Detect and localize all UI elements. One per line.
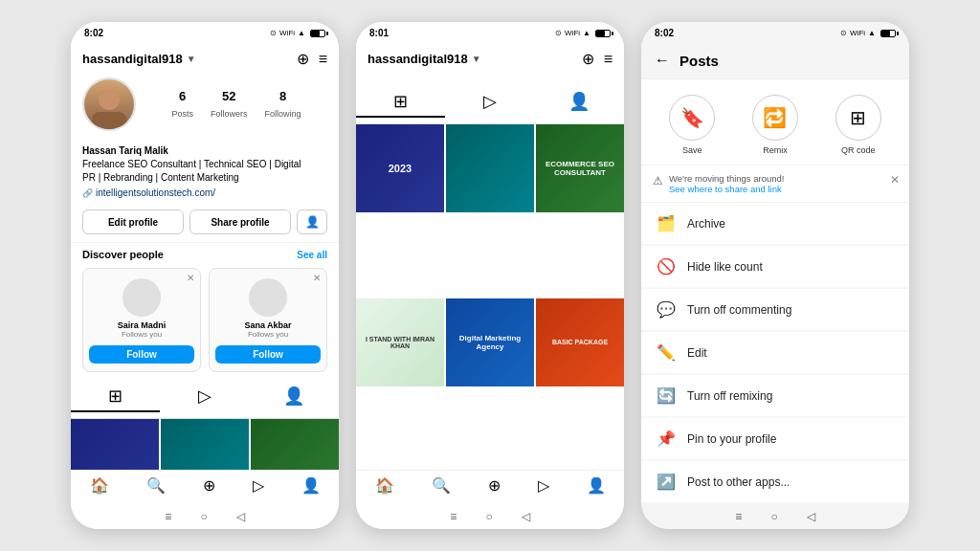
menu-item-pin-label: Pin to your profile <box>687 432 776 446</box>
back-icon[interactable]: ← <box>655 52 670 69</box>
photo-cell-5-2[interactable]: Digital Marketing Agency <box>446 298 534 386</box>
bio-link[interactable]: 🔗 intelligentsolutionstech.com/ <box>82 187 327 200</box>
followers-count: 52 <box>211 89 248 103</box>
menu-item-post-to-apps[interactable]: ↗️ Post to other apps... <box>641 461 909 503</box>
menu-item-post-apps-label: Post to other apps... <box>687 475 790 489</box>
posts-count: 6 <box>171 89 193 103</box>
create-icon[interactable]: ⊕ <box>197 474 221 496</box>
remix-icon: 🔁 <box>752 95 798 141</box>
menu-item-remixing-label: Turn off remixing <box>687 389 772 403</box>
add-post-icon-2[interactable]: ⊕ <box>582 50 594 68</box>
bottom-nav-2: 🏠 🔍 ⊕ ▷ 👤 <box>356 470 624 504</box>
save-action[interactable]: 🔖 Save <box>669 95 715 155</box>
photo-cell-1[interactable] <box>71 419 159 470</box>
home-icon[interactable]: 🏠 <box>84 474 115 496</box>
android-back-btn-3[interactable]: ◁ <box>807 510 815 523</box>
grid-tab-tagged[interactable]: 👤 <box>250 386 339 412</box>
add-post-icon[interactable]: ⊕ <box>297 50 309 68</box>
android-back-btn-2[interactable]: ◁ <box>522 510 530 523</box>
follow-button-2[interactable]: Follow <box>215 345 321 364</box>
photo-grid-1 <box>71 419 339 470</box>
menu-item-archive[interactable]: 🗂️ Archive <box>641 203 909 245</box>
time-2: 8:01 <box>369 28 389 38</box>
location-icon: ⊙ <box>270 29 277 37</box>
android-menu-btn-3[interactable]: ≡ <box>735 510 742 523</box>
share-profile-button[interactable]: Share profile <box>189 209 291 234</box>
android-home-btn-2[interactable]: ○ <box>485 510 492 523</box>
phone-menu: 8:02 ⊙ WiFi ▲ ← Posts 🔖 Save 🔁 Remix <box>641 22 909 529</box>
android-home-btn[interactable]: ○ <box>200 510 207 523</box>
phone-profile: 8:02 ⊙ WiFi ▲ hassandigital918 ▼ ⊕ ≡ <box>71 22 339 529</box>
photo-cell-2[interactable] <box>161 419 249 470</box>
profile-username: hassandigital918 <box>82 52 183 66</box>
following-label: Following <box>265 109 301 119</box>
discover-cards: ✕ Saira Madni Follows you Follow ✕ Sana … <box>82 268 327 372</box>
menu-icon-2[interactable]: ≡ <box>604 51 612 68</box>
menu-item-commenting-label: Turn off commenting <box>687 303 791 317</box>
commenting-icon: 💬 <box>657 300 676 319</box>
android-nav-3: ≡ ○ ◁ <box>641 504 909 529</box>
menu-item-turn-off-commenting[interactable]: 💬 Turn off commenting <box>641 289 909 331</box>
menu-item-pin[interactable]: 📌 Pin to your profile <box>641 418 909 460</box>
android-menu-btn[interactable]: ≡ <box>165 510 171 523</box>
battery-icon-2 <box>595 30 611 37</box>
alert-content: We're moving things around! See where to… <box>669 173 784 194</box>
link-icon: 🔗 <box>82 187 93 200</box>
status-icons-1: ⊙ WiFi ▲ <box>270 29 325 37</box>
followers-stat: 52 Followers <box>211 89 248 121</box>
android-home-btn-3[interactable]: ○ <box>770 510 777 523</box>
reels-icon[interactable]: ▷ <box>247 474 270 496</box>
menu-item-archive-label: Archive <box>687 217 725 231</box>
remix-action[interactable]: 🔁 Remix <box>752 95 798 155</box>
home-icon-2[interactable]: 🏠 <box>369 474 400 496</box>
reels-icon-2[interactable]: ▷ <box>532 474 555 496</box>
search-icon[interactable]: 🔍 <box>141 474 171 496</box>
menu-item-hide-likes[interactable]: 🚫 Hide like count <box>641 246 909 288</box>
android-menu-btn-2[interactable]: ≡ <box>450 510 457 523</box>
discover-section: Discover people See all ✕ Saira Madni Fo… <box>71 242 339 378</box>
location-icon-2: ⊙ <box>555 29 562 37</box>
menu-item-edit[interactable]: ✏️ Edit <box>641 332 909 374</box>
qrcode-action[interactable]: ⊞ QR code <box>835 95 881 155</box>
bottom-nav-1: 🏠 🔍 ⊕ ▷ 👤 <box>71 470 339 504</box>
following-stat: 8 Following <box>265 89 301 121</box>
save-icon: 🔖 <box>669 95 715 141</box>
edit-icon: ✏️ <box>657 343 676 362</box>
grid-tab-reels-2[interactable]: ▷ <box>445 91 534 118</box>
status-icons-2: ⊙ WiFi ▲ <box>555 29 611 37</box>
status-icons-3: ⊙ WiFi ▲ <box>840 29 896 37</box>
remix-label: Remix <box>763 145 788 155</box>
grid-tab-posts[interactable]: ⊞ <box>71 386 160 412</box>
photo-cell-3-2[interactable]: ECOMMERCE SEO CONSULTANT <box>536 124 624 212</box>
see-all-link[interactable]: See all <box>297 250 327 260</box>
menu-icon[interactable]: ≡ <box>319 51 327 68</box>
grid-tab-posts-2[interactable]: ⊞ <box>356 91 445 118</box>
create-icon-2[interactable]: ⊕ <box>482 474 506 496</box>
grid-tab-tagged-2[interactable]: 👤 <box>535 91 624 118</box>
close-card-1[interactable]: ✕ <box>187 273 194 283</box>
edit-profile-button[interactable]: Edit profile <box>82 209 184 234</box>
wifi-icon: WiFi <box>279 29 295 37</box>
menu-item-turn-off-remixing[interactable]: 🔄 Turn off remixing <box>641 375 909 417</box>
bio-section: Hassan Tariq Malik Freelance SEO Consult… <box>71 144 339 206</box>
photo-cell-3[interactable] <box>251 419 339 470</box>
close-card-2[interactable]: ✕ <box>313 273 321 283</box>
grid-tab-reels[interactable]: ▷ <box>160 386 249 412</box>
alert-link[interactable]: See where to share and link <box>669 184 782 194</box>
photo-cell-2-2[interactable] <box>446 124 534 212</box>
alert-close-icon[interactable]: ✕ <box>890 173 900 187</box>
add-person-button[interactable]: 👤 <box>297 209 327 234</box>
photo-cell-6-2[interactable]: BASIC PACKAGE <box>536 298 624 386</box>
search-icon-2[interactable]: 🔍 <box>426 474 457 496</box>
signal-icon: ▲ <box>298 29 305 37</box>
photo-cell-4-2[interactable]: I STAND WITH IMRAN KHAN <box>356 298 444 386</box>
photo-cell-1-2[interactable]: 2023 <box>356 124 444 212</box>
follow-button-1[interactable]: Follow <box>89 345 194 364</box>
alert-banner: ⚠ We're moving things around! See where … <box>641 165 909 203</box>
chevron-down-icon-2: ▼ <box>472 54 481 64</box>
phone-grid: 8:01 ⊙ WiFi ▲ hassandigital918 ▼ ⊕ ≡ <box>356 22 624 529</box>
profile-header: hassandigital918 ▼ ⊕ ≡ 6 <box>71 42 339 144</box>
profile-icon[interactable]: 👤 <box>296 474 326 496</box>
android-back-btn[interactable]: ◁ <box>236 510 245 523</box>
profile-icon-2[interactable]: 👤 <box>581 474 612 496</box>
